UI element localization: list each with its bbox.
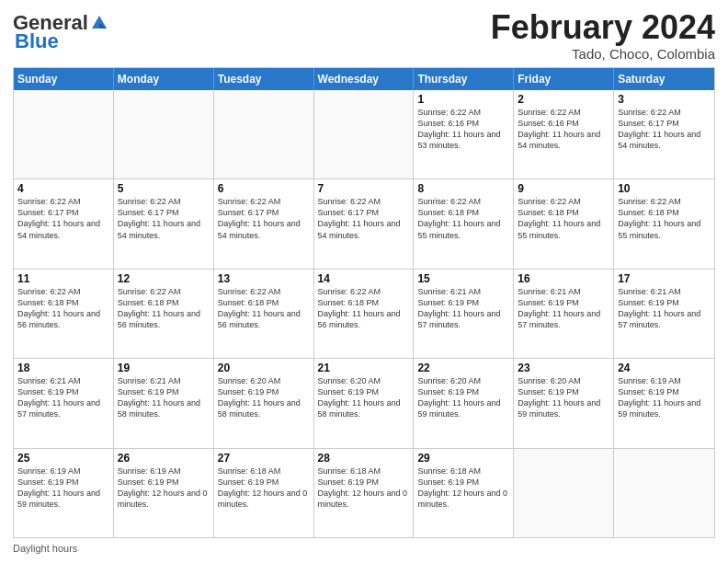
day-info: Sunrise: 6:22 AM Sunset: 6:17 PM Dayligh… xyxy=(318,196,410,241)
weekday-header: Saturday xyxy=(614,68,714,90)
calendar-cell: 21Sunrise: 6:20 AM Sunset: 6:19 PM Dayli… xyxy=(314,359,415,447)
calendar-row: 1Sunrise: 6:22 AM Sunset: 6:16 PM Daylig… xyxy=(14,90,714,178)
day-number: 23 xyxy=(518,362,609,374)
day-info: Sunrise: 6:18 AM Sunset: 6:19 PM Dayligh… xyxy=(318,465,410,511)
day-number: 11 xyxy=(17,272,109,285)
day-number: 6 xyxy=(218,182,310,195)
footer: Daylight hours xyxy=(13,543,715,554)
calendar: SundayMondayTuesdayWednesdayThursdayFrid… xyxy=(13,67,715,538)
day-number: 27 xyxy=(218,452,310,465)
calendar-cell: 19Sunrise: 6:21 AM Sunset: 6:19 PM Dayli… xyxy=(114,359,214,447)
weekday-header: Thursday xyxy=(414,68,514,90)
day-number: 25 xyxy=(17,452,109,465)
day-info: Sunrise: 6:21 AM Sunset: 6:19 PM Dayligh… xyxy=(118,375,210,420)
day-info: Sunrise: 6:19 AM Sunset: 6:19 PM Dayligh… xyxy=(118,465,210,511)
day-number: 8 xyxy=(417,182,509,195)
logo-blue: Blue xyxy=(15,31,59,52)
weekday-header: Tuesday xyxy=(214,68,314,90)
calendar-cell: 2Sunrise: 6:22 AM Sunset: 6:16 PM Daylig… xyxy=(514,90,614,178)
calendar-cell: 10Sunrise: 6:22 AM Sunset: 6:18 PM Dayli… xyxy=(614,179,714,268)
day-number: 10 xyxy=(618,182,711,195)
weekday-header: Monday xyxy=(114,68,214,90)
day-info: Sunrise: 6:22 AM Sunset: 6:17 PM Dayligh… xyxy=(17,196,109,241)
day-info: Sunrise: 6:22 AM Sunset: 6:17 PM Dayligh… xyxy=(218,196,310,241)
day-info: Sunrise: 6:18 AM Sunset: 6:19 PM Dayligh… xyxy=(218,465,310,511)
day-info: Sunrise: 6:20 AM Sunset: 6:19 PM Dayligh… xyxy=(218,375,310,420)
calendar-cell: 5Sunrise: 6:22 AM Sunset: 6:17 PM Daylig… xyxy=(114,179,214,268)
location: Tado, Choco, Colombia xyxy=(491,46,715,62)
calendar-cell: 15Sunrise: 6:21 AM Sunset: 6:19 PM Dayli… xyxy=(414,270,514,358)
calendar-cell: 3Sunrise: 6:22 AM Sunset: 6:17 PM Daylig… xyxy=(614,90,714,178)
month-title: February 2024 xyxy=(491,9,715,46)
day-info: Sunrise: 6:22 AM Sunset: 6:18 PM Dayligh… xyxy=(417,196,509,241)
day-info: Sunrise: 6:21 AM Sunset: 6:19 PM Dayligh… xyxy=(417,286,509,331)
calendar-cell xyxy=(314,90,415,178)
day-number: 4 xyxy=(17,182,109,195)
calendar-cell: 6Sunrise: 6:22 AM Sunset: 6:17 PM Daylig… xyxy=(214,179,314,268)
day-info: Sunrise: 6:20 AM Sunset: 6:19 PM Dayligh… xyxy=(417,375,509,420)
calendar-cell xyxy=(214,90,314,178)
day-number: 17 xyxy=(618,272,711,285)
day-info: Sunrise: 6:22 AM Sunset: 6:17 PM Dayligh… xyxy=(118,196,210,241)
day-number: 26 xyxy=(118,452,210,465)
calendar-cell: 13Sunrise: 6:22 AM Sunset: 6:18 PM Dayli… xyxy=(214,270,314,358)
calendar-cell: 26Sunrise: 6:19 AM Sunset: 6:19 PM Dayli… xyxy=(114,449,214,537)
calendar-cell: 11Sunrise: 6:22 AM Sunset: 6:18 PM Dayli… xyxy=(14,270,114,358)
title-area: February 2024 Tado, Choco, Colombia xyxy=(491,9,715,62)
day-info: Sunrise: 6:22 AM Sunset: 6:18 PM Dayligh… xyxy=(118,286,210,331)
day-number: 19 xyxy=(118,362,210,374)
day-info: Sunrise: 6:20 AM Sunset: 6:19 PM Dayligh… xyxy=(318,375,410,420)
calendar-row: 25Sunrise: 6:19 AM Sunset: 6:19 PM Dayli… xyxy=(14,448,714,537)
page: General Blue February 2024 Tado, Choco, … xyxy=(0,0,728,563)
calendar-header: SundayMondayTuesdayWednesdayThursdayFrid… xyxy=(14,68,714,90)
day-number: 16 xyxy=(518,272,609,285)
day-number: 9 xyxy=(518,182,609,195)
calendar-cell: 7Sunrise: 6:22 AM Sunset: 6:17 PM Daylig… xyxy=(314,179,415,268)
day-number: 7 xyxy=(318,182,410,195)
day-info: Sunrise: 6:21 AM Sunset: 6:19 PM Dayligh… xyxy=(518,286,609,331)
calendar-cell: 18Sunrise: 6:21 AM Sunset: 6:19 PM Dayli… xyxy=(14,359,114,447)
day-number: 12 xyxy=(118,272,210,285)
day-info: Sunrise: 6:19 AM Sunset: 6:19 PM Dayligh… xyxy=(618,375,711,420)
day-number: 22 xyxy=(417,362,509,374)
calendar-cell: 14Sunrise: 6:22 AM Sunset: 6:18 PM Dayli… xyxy=(314,270,415,358)
day-info: Sunrise: 6:22 AM Sunset: 6:18 PM Dayligh… xyxy=(318,286,410,331)
calendar-cell: 25Sunrise: 6:19 AM Sunset: 6:19 PM Dayli… xyxy=(14,449,114,537)
calendar-cell xyxy=(114,90,214,178)
day-info: Sunrise: 6:20 AM Sunset: 6:19 PM Dayligh… xyxy=(518,375,609,420)
calendar-cell: 12Sunrise: 6:22 AM Sunset: 6:18 PM Dayli… xyxy=(114,270,214,358)
calendar-cell xyxy=(14,90,114,178)
day-info: Sunrise: 6:22 AM Sunset: 6:16 PM Dayligh… xyxy=(518,107,609,152)
weekday-header: Wednesday xyxy=(314,68,415,90)
day-info: Sunrise: 6:22 AM Sunset: 6:17 PM Dayligh… xyxy=(618,107,711,152)
calendar-cell: 4Sunrise: 6:22 AM Sunset: 6:17 PM Daylig… xyxy=(14,179,114,268)
day-info: Sunrise: 6:22 AM Sunset: 6:18 PM Dayligh… xyxy=(218,286,310,331)
day-info: Sunrise: 6:21 AM Sunset: 6:19 PM Dayligh… xyxy=(17,375,109,420)
calendar-cell: 20Sunrise: 6:20 AM Sunset: 6:19 PM Dayli… xyxy=(214,359,314,447)
weekday-header: Friday xyxy=(514,68,614,90)
weekday-header: Sunday xyxy=(14,68,114,90)
calendar-cell: 1Sunrise: 6:22 AM Sunset: 6:16 PM Daylig… xyxy=(414,90,514,178)
day-number: 15 xyxy=(417,272,509,285)
day-number: 13 xyxy=(218,272,310,285)
logo: General Blue xyxy=(13,13,108,52)
calendar-row: 4Sunrise: 6:22 AM Sunset: 6:17 PM Daylig… xyxy=(14,178,714,268)
day-number: 3 xyxy=(618,93,711,106)
calendar-body: 1Sunrise: 6:22 AM Sunset: 6:16 PM Daylig… xyxy=(14,90,714,537)
calendar-cell: 24Sunrise: 6:19 AM Sunset: 6:19 PM Dayli… xyxy=(614,359,714,447)
daylight-label: Daylight hours xyxy=(13,543,77,554)
day-info: Sunrise: 6:19 AM Sunset: 6:19 PM Dayligh… xyxy=(17,465,109,511)
day-info: Sunrise: 6:22 AM Sunset: 6:16 PM Dayligh… xyxy=(417,107,509,152)
calendar-row: 18Sunrise: 6:21 AM Sunset: 6:19 PM Dayli… xyxy=(14,358,714,447)
calendar-cell: 27Sunrise: 6:18 AM Sunset: 6:19 PM Dayli… xyxy=(214,449,314,537)
day-number: 20 xyxy=(218,362,310,374)
day-info: Sunrise: 6:18 AM Sunset: 6:19 PM Dayligh… xyxy=(417,465,509,511)
logo-icon xyxy=(90,14,108,30)
calendar-cell: 22Sunrise: 6:20 AM Sunset: 6:19 PM Dayli… xyxy=(414,359,514,447)
calendar-cell: 9Sunrise: 6:22 AM Sunset: 6:18 PM Daylig… xyxy=(514,179,614,268)
day-info: Sunrise: 6:22 AM Sunset: 6:18 PM Dayligh… xyxy=(618,196,711,241)
calendar-cell: 17Sunrise: 6:21 AM Sunset: 6:19 PM Dayli… xyxy=(614,270,714,358)
day-info: Sunrise: 6:22 AM Sunset: 6:18 PM Dayligh… xyxy=(518,196,609,241)
day-number: 29 xyxy=(417,452,509,465)
day-number: 2 xyxy=(518,93,609,106)
